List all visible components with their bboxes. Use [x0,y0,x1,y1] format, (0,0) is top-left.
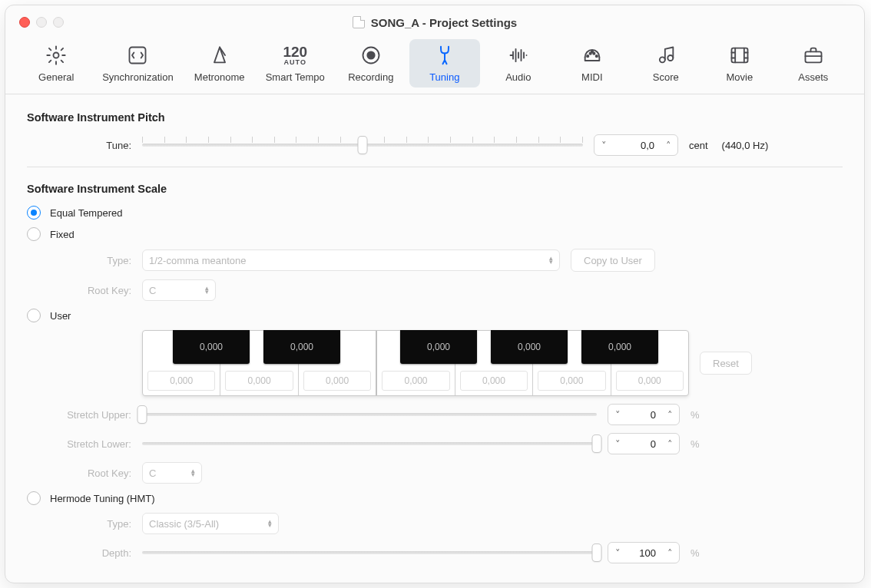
user-rootkey-select[interactable]: C ▴▾ [142,462,202,484]
black-key-offset[interactable]: 0,000 [427,342,450,352]
tab-assets[interactable]: Assets [778,39,849,88]
tab-smart-tempo[interactable]: 120 AUTO Smart Tempo [258,39,333,88]
black-key[interactable]: 0,000 [491,330,568,364]
hermode-type-label: Type: [27,518,131,530]
fixed-type-label: Type: [27,255,131,266]
tab-score[interactable]: Score [631,39,701,88]
sync-icon [127,44,148,67]
chevron-updown-icon: ▴▾ [191,469,195,477]
white-key-offset[interactable]: 0,000 [616,371,684,391]
svg-point-6 [593,53,594,55]
tune-slider-thumb[interactable] [359,137,367,154]
hermode-depth-thumb[interactable] [593,544,601,561]
hermode-type-select[interactable]: Classic (3/5-All) ▴▾ [142,513,279,534]
radio-fixed-label: Fixed [50,229,75,240]
stretch-upper-value[interactable]: 0 [627,409,661,421]
zoom-window-button[interactable] [53,17,64,28]
briefcase-icon [803,44,824,67]
tab-metronome[interactable]: Metronome [184,39,255,88]
radio-user[interactable] [27,309,41,322]
white-key-offset[interactable]: 0,000 [147,371,215,391]
black-key[interactable]: 0,000 [400,330,477,364]
tune-slider[interactable] [142,137,583,154]
radio-equal-tempered-label: Equal Tempered [50,207,122,219]
tab-label: Smart Tempo [266,71,325,83]
white-key-offset[interactable]: 0,000 [382,371,449,391]
stretch-upper-stepper[interactable]: ˅ 0 ˄ [608,404,680,425]
radio-equal-tempered[interactable] [27,206,41,220]
gear-icon [45,44,67,67]
tuning-pane: Software Instrument Pitch Tune: ˅ 0,0 ˄ … [5,94,864,583]
tab-general[interactable]: General [21,39,91,88]
stretch-lower-value[interactable]: 0 [627,438,661,450]
black-key[interactable]: 0,000 [173,330,250,364]
reset-button[interactable]: Reset [700,352,752,375]
tab-synchronization[interactable]: Synchronization [94,39,181,88]
svg-rect-12 [805,51,821,62]
tune-stepper[interactable]: ˅ 0,0 ˄ [594,134,678,156]
white-key-offset[interactable]: 0,000 [538,371,605,391]
tab-label: Score [653,71,679,83]
tab-recording[interactable]: Recording [336,39,406,88]
user-rootkey-value: C [149,467,156,479]
svg-point-7 [595,55,597,57]
record-icon [360,44,382,67]
radio-user-label: User [50,310,71,322]
tab-label: Recording [348,71,393,83]
divider [27,167,843,167]
svg-point-3 [367,51,374,58]
stepper-increment[interactable]: ˄ [659,135,677,155]
titlebar: SONG_A - Project Settings [5,5,864,39]
black-key-offset[interactable]: 0,000 [200,342,223,352]
hermode-depth-slider[interactable] [142,544,597,561]
radio-fixed[interactable] [27,227,41,241]
black-key-offset[interactable]: 0,000 [608,342,631,352]
fixed-type-select[interactable]: 1/2-comma meantone ▴▾ [142,249,560,271]
stepper-decrement[interactable]: ˅ [608,405,627,424]
stepper-increment[interactable]: ˄ [661,405,679,424]
stepper-increment[interactable]: ˄ [661,543,679,563]
tab-midi[interactable]: MIDI [557,39,628,88]
fixed-rootkey-label: Root Key: [27,285,131,296]
hermode-depth-value[interactable]: 100 [627,547,661,559]
stepper-increment[interactable]: ˄ [661,434,679,454]
black-key[interactable]: 0,000 [581,330,658,364]
radio-hermode[interactable] [27,491,41,505]
stretch-lower-slider[interactable] [142,435,597,452]
copy-to-user-label: Copy to User [584,255,642,266]
tab-label: MIDI [581,71,602,83]
white-key-offset[interactable]: 0,000 [303,371,371,391]
hermode-depth-stepper[interactable]: ˅ 100 ˄ [608,542,680,563]
pitch-heading: Software Instrument Pitch [27,111,843,124]
tune-value[interactable]: 0,0 [613,140,659,151]
minimize-window-button[interactable] [36,17,47,28]
tab-tuning[interactable]: Tuning [409,39,480,88]
copy-to-user-button[interactable]: Copy to User [571,249,655,272]
stretch-lower-stepper[interactable]: ˅ 0 ˄ [608,433,680,454]
stretch-upper-thumb[interactable] [138,406,147,423]
white-key-offset[interactable]: 0,000 [460,371,528,391]
fixed-rootkey-select[interactable]: C ▴▾ [142,279,216,301]
user-rootkey-label: Root Key: [27,467,131,479]
svg-point-4 [587,55,588,57]
stepper-decrement[interactable]: ˅ [608,543,627,563]
settings-toolbar: General Synchronization Metronome 120 AU… [5,39,864,94]
black-key-offset[interactable]: 0,000 [290,342,313,352]
stretch-lower-label: Stretch Lower: [27,438,131,450]
stepper-decrement[interactable]: ˅ [594,135,613,155]
tab-movie[interactable]: Movie [704,39,775,88]
window-title-text: SONG_A - Project Settings [371,16,517,29]
fixed-rootkey-value: C [149,285,156,296]
close-window-button[interactable] [19,17,30,28]
stepper-decrement[interactable]: ˅ [608,434,627,454]
stretch-lower-thumb[interactable] [593,435,601,452]
tempo-value: 120 [283,45,307,59]
stretch-upper-slider[interactable] [142,406,597,423]
tab-audio[interactable]: Audio [483,39,554,88]
black-key-offset[interactable]: 0,000 [518,342,541,352]
chevron-updown-icon: ▴▾ [549,256,553,264]
black-key[interactable]: 0,000 [263,330,340,364]
white-key-offset[interactable]: 0,000 [225,371,293,391]
fixed-type-value: 1/2-comma meantone [149,255,246,266]
film-icon [729,44,750,67]
